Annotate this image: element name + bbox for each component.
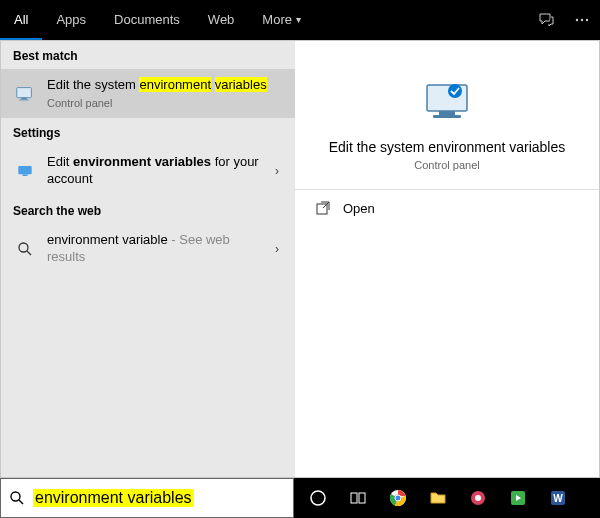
svg-rect-19: [359, 493, 365, 503]
word-icon[interactable]: W: [540, 482, 576, 514]
search-box[interactable]: environment variables: [0, 478, 294, 518]
search-icon: [1, 490, 33, 506]
results-pane: Best match Edit the system environment v…: [1, 41, 295, 477]
svg-rect-7: [23, 174, 28, 176]
open-icon: [315, 200, 331, 216]
svg-point-0: [576, 19, 578, 21]
section-best-match: Best match: [1, 41, 295, 69]
svg-point-24: [475, 495, 481, 501]
result-web[interactable]: environment variable - See web results ›: [1, 224, 295, 274]
bottom-bar: environment variables W: [0, 478, 600, 518]
system-settings-icon: [13, 83, 37, 105]
result-text: Edit the system environment variables Co…: [47, 77, 283, 110]
camtasia-icon[interactable]: [500, 482, 536, 514]
chevron-down-icon: ▾: [296, 14, 301, 25]
result-settings[interactable]: Edit environment variables for your acco…: [1, 146, 295, 196]
tab-all[interactable]: All: [0, 0, 42, 40]
tab-documents[interactable]: Documents: [100, 0, 194, 40]
svg-point-1: [581, 19, 583, 21]
tab-apps[interactable]: Apps: [42, 0, 100, 40]
svg-line-16: [19, 500, 23, 504]
svg-point-8: [19, 243, 28, 252]
cortana-icon[interactable]: [300, 482, 336, 514]
preview-subtitle: Control panel: [414, 159, 479, 171]
preview-title: Edit the system environment variables: [309, 139, 586, 155]
open-label: Open: [343, 201, 375, 216]
svg-rect-6: [18, 166, 31, 174]
result-best-match[interactable]: Edit the system environment variables Co…: [1, 69, 295, 118]
tab-web[interactable]: Web: [194, 0, 249, 40]
preview-computer-icon: [417, 77, 477, 129]
chrome-icon[interactable]: [380, 482, 416, 514]
svg-rect-18: [351, 493, 357, 503]
taskbar: W: [294, 478, 600, 518]
svg-line-9: [27, 251, 31, 255]
result-text: Edit environment variables for your acco…: [47, 154, 261, 188]
svg-rect-4: [21, 97, 26, 99]
svg-rect-3: [17, 87, 32, 97]
svg-point-2: [586, 19, 588, 21]
open-action[interactable]: Open: [295, 190, 599, 226]
section-settings: Settings: [1, 118, 295, 146]
feedback-icon[interactable]: [528, 0, 564, 40]
windows-search-panel: All Apps Documents Web More▾ Best match …: [0, 0, 600, 518]
svg-rect-12: [433, 115, 461, 118]
search-tabs: All Apps Documents Web More▾: [0, 0, 600, 40]
svg-point-22: [395, 495, 401, 501]
result-text: environment variable - See web results: [47, 232, 261, 266]
search-icon: [13, 241, 37, 257]
section-search-web: Search the web: [1, 196, 295, 224]
search-input-highlight: environment variables: [33, 489, 194, 507]
svg-point-15: [11, 492, 20, 501]
more-options-icon[interactable]: [564, 0, 600, 40]
search-body: Best match Edit the system environment v…: [0, 40, 600, 478]
chevron-right-icon[interactable]: ›: [271, 242, 283, 256]
svg-text:W: W: [553, 493, 563, 504]
preview-pane: Edit the system environment variables Co…: [295, 41, 599, 477]
tab-more[interactable]: More▾: [248, 0, 315, 40]
svg-point-17: [311, 491, 325, 505]
svg-rect-5: [20, 99, 29, 100]
svg-rect-11: [439, 111, 455, 115]
file-explorer-icon[interactable]: [420, 482, 456, 514]
chevron-right-icon[interactable]: ›: [271, 164, 283, 178]
user-settings-icon: [13, 161, 37, 181]
snip-icon[interactable]: [460, 482, 496, 514]
task-view-icon[interactable]: [340, 482, 376, 514]
svg-point-13: [448, 84, 462, 98]
